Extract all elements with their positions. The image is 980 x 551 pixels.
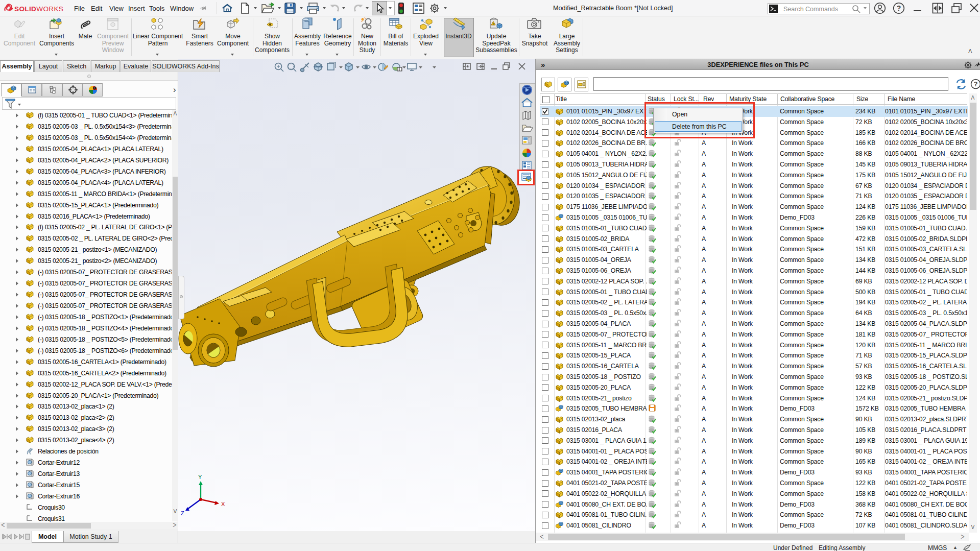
- svg-text:!: !: [493, 22, 494, 26]
- svg-text:X: X: [221, 501, 225, 507]
- svg-text:?: ?: [974, 81, 978, 88]
- svg-text:Y: Y: [198, 474, 202, 480]
- svg-text:SOLIDWORKS: SOLIDWORKS: [14, 5, 63, 13]
- svg-text:?: ?: [897, 4, 901, 12]
- svg-text:Z: Z: [181, 510, 184, 516]
